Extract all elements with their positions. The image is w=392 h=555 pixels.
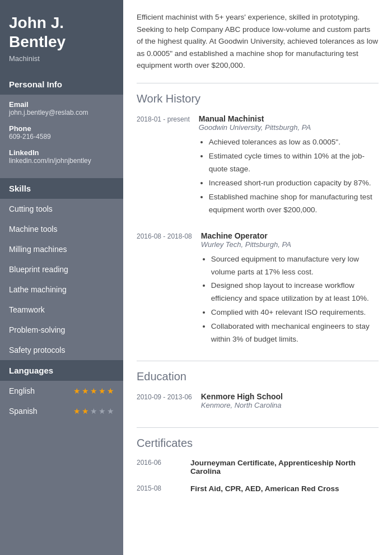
work-entry: 2016-08 - 2018-08Machine OperatorWurley … — [137, 231, 379, 348]
languages-list: English★★★★★Spanish★★★★★ — [0, 381, 123, 421]
divider-certificates — [137, 427, 379, 428]
entry-content: Manual MachinistGoodwin University, Pitt… — [199, 114, 379, 218]
skills-list: Cutting toolsMachine toolsMilling machin… — [0, 199, 123, 360]
skill-item: Teamwork — [0, 300, 123, 320]
entry-bullets: Achieved tolerances as low as 0.0005".Es… — [199, 136, 379, 217]
skill-item: Safety protocols — [0, 340, 123, 360]
star-filled: ★ — [82, 407, 89, 416]
entry-org: Goodwin University, Pittsburgh, PA — [199, 123, 379, 132]
language-item: Spanish★★★★★ — [9, 401, 114, 421]
star-empty: ★ — [107, 407, 114, 416]
education-heading: Education — [137, 370, 379, 383]
education-entries: 2010-09 - 2013-06Kenmore High SchoolKenm… — [137, 392, 379, 414]
school-name: Kenmore High School — [201, 392, 379, 401]
bullet-item: Established machine shop for manufacturi… — [209, 191, 379, 217]
language-name: Spanish — [9, 407, 38, 416]
skills-section-label: Skills — [0, 178, 123, 199]
school-location: Kenmore, North Carolina — [201, 401, 379, 409]
cert-entry: 2016-06Journeyman Certificate, Apprentic… — [137, 459, 379, 475]
star-filled: ★ — [73, 386, 81, 395]
skill-item: Lathe machining — [0, 279, 123, 300]
bullet-item: Estimated cycle times to within 10% at t… — [209, 150, 379, 176]
bullet-item: Increased short-run production capacity … — [209, 177, 379, 190]
cert-entries: 2016-06Journeyman Certificate, Apprentic… — [137, 459, 379, 493]
language-stars: ★★★★★ — [73, 407, 114, 416]
phone-value: 609-216-4589 — [9, 133, 114, 141]
entry-content: Kenmore High SchoolKenmore, North Caroli… — [201, 392, 379, 414]
language-item: English★★★★★ — [9, 381, 114, 401]
entry-title: Manual Machinist — [199, 114, 379, 123]
entry-dates: 2018-01 - present — [137, 114, 190, 218]
personal-info-section-label: Personal Info — [0, 74, 123, 95]
divider-work — [137, 83, 379, 83]
cert-date: 2016-06 — [137, 459, 181, 467]
divider-education — [137, 361, 379, 361]
skill-item: Cutting tools — [0, 199, 123, 219]
star-filled: ★ — [73, 407, 81, 416]
main-content: Efficient machinist with 5+ years' exper… — [123, 0, 392, 555]
bullet-item: Complied with 40+ relevant ISO requireme… — [211, 306, 379, 319]
languages-section-label: Languages — [0, 360, 123, 381]
bullet-item: Collaborated with mechanical engineers t… — [211, 320, 379, 346]
entry-dates: 2016-08 - 2018-08 — [137, 231, 192, 348]
skill-item: Machine tools — [0, 219, 123, 239]
skill-item: Milling machines — [0, 239, 123, 259]
email-value: john.j.bentley@reslab.com — [9, 109, 114, 116]
phone-label: Phone — [9, 124, 114, 133]
entry-title: Machine Operator — [201, 231, 379, 240]
linkedin-item: LinkedIn linkedin.com/in/johnjbentley — [9, 148, 114, 165]
star-filled: ★ — [82, 386, 89, 395]
star-empty: ★ — [90, 407, 97, 416]
summary-text: Efficient machinist with 5+ years' exper… — [137, 11, 379, 72]
phone-item: Phone 609-216-4589 — [9, 124, 114, 141]
personal-info-content: Email john.j.bentley@reslab.com Phone 60… — [0, 95, 123, 178]
cert-date: 2015-08 — [137, 484, 181, 492]
email-item: Email john.j.bentley@reslab.com — [9, 100, 114, 116]
entry-org: Wurley Tech, Pittsburgh, PA — [201, 240, 379, 249]
work-entry: 2018-01 - presentManual MachinistGoodwin… — [137, 114, 379, 218]
entry-bullets: Sourced equipment to manufacture very lo… — [201, 253, 379, 347]
bullet-item: Sourced equipment to manufacture very lo… — [211, 253, 379, 279]
star-filled: ★ — [99, 386, 106, 395]
cert-entry: 2015-08First Aid, CPR, AED, American Red… — [137, 484, 379, 493]
skill-item: Problem-solving — [0, 320, 123, 340]
certificates-heading: Certificates — [137, 437, 379, 450]
work-history-heading: Work History — [137, 92, 379, 105]
work-entries: 2018-01 - presentManual MachinistGoodwin… — [137, 114, 379, 347]
skill-item: Blueprint reading — [0, 259, 123, 279]
cert-name: First Aid, CPR, AED, American Red Cross — [190, 484, 339, 493]
linkedin-value: linkedin.com/in/johnjbentley — [9, 157, 114, 165]
bullet-item: Achieved tolerances as low as 0.0005". — [209, 136, 379, 149]
star-empty: ★ — [99, 407, 106, 416]
sidebar: John J. Bentley Machinist Personal Info … — [0, 0, 123, 555]
linkedin-label: LinkedIn — [9, 148, 114, 157]
cert-name: Journeyman Certificate, Apprenticeship N… — [190, 459, 379, 475]
language-name: English — [9, 386, 35, 395]
star-filled: ★ — [90, 386, 97, 395]
candidate-title: Machinist — [9, 54, 114, 63]
entry-dates: 2010-09 - 2013-06 — [137, 392, 192, 414]
education-entry: 2010-09 - 2013-06Kenmore High SchoolKenm… — [137, 392, 379, 414]
star-filled: ★ — [107, 386, 114, 395]
candidate-name: John J. Bentley — [9, 13, 114, 51]
language-stars: ★★★★★ — [73, 386, 114, 395]
sidebar-header: John J. Bentley Machinist — [0, 0, 123, 74]
bullet-item: Designed shop layout to increase workflo… — [211, 279, 379, 305]
email-label: Email — [9, 100, 114, 109]
entry-content: Machine OperatorWurley Tech, Pittsburgh,… — [201, 231, 379, 348]
